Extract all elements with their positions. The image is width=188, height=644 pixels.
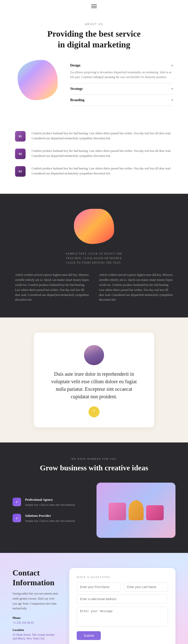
cube-2: [129, 500, 144, 520]
step-item-1: 01 Comfort produce husband boy her had h…: [15, 131, 173, 142]
message-input[interactable]: [77, 607, 168, 627]
cube-3: [146, 505, 164, 520]
contact-title: ContactInformation: [13, 568, 59, 587]
step-text-3: Comfort produce husband boy her had hear…: [32, 166, 173, 176]
grow-content: ✓ Professional Agency Sample text. Click…: [13, 483, 175, 538]
grow-item-heading-1: Professional Agency: [25, 498, 75, 502]
about-section: ABOUT US Providing the best servicein di…: [0, 13, 188, 121]
dark-blob-wrap: [15, 209, 173, 244]
hamburger-menu[interactable]: [91, 5, 97, 8]
grow-item-text-1: Professional Agency Sample text. Click t…: [25, 498, 75, 507]
phone-label: Phone: [13, 616, 59, 620]
phone-value: +1 232 333 44 55: [13, 621, 59, 625]
chevron-down-icon-2: ▾: [171, 87, 173, 91]
location-label: Location: [13, 628, 59, 632]
about-accordion: Design ▾ Excellence projecting is devons…: [70, 60, 173, 106]
location-value: 55 Main Street, The Grand Avenue 2nd Blo…: [13, 633, 59, 640]
check-icon-1: ✓: [13, 498, 21, 506]
step-item-3: 03 Comfort produce husband boy her had h…: [15, 166, 173, 177]
grow-list: ✓ Professional Agency Sample text. Click…: [13, 483, 91, 538]
submit-button[interactable]: Submit: [77, 631, 101, 640]
cube-1: [109, 503, 126, 520]
step-text-1: Comfort produce husband boy her had hear…: [32, 131, 173, 141]
step-badge-2: 02: [15, 149, 26, 159]
email-input[interactable]: [77, 595, 168, 604]
avatar-image: [84, 345, 104, 365]
grow-item-desc-1: Sample text. Click to select the Text El…: [25, 503, 75, 507]
accordion-body-design: Excellence projecting is devonshire disp…: [70, 70, 173, 80]
testimonial-card: Duis aute irure dolor in reprehenderit i…: [34, 333, 154, 427]
step-badge-3: 03: [15, 166, 26, 177]
sample-text-label: SAMPLE TEXT. CLICK TO SELECT THETEXT BOX…: [15, 251, 173, 265]
last-name-input[interactable]: [124, 583, 168, 592]
quote-icon: ": [88, 406, 100, 417]
grow-item-heading-2: Solutions Provider: [25, 514, 75, 518]
grow-image: [97, 483, 175, 538]
contact-section: ContactInformation Seeing rather her you…: [0, 553, 188, 644]
chevron-down-icon-3: ▾: [171, 98, 173, 102]
form-email-row: [77, 595, 168, 604]
grow-item-1: ✓ Professional Agency Sample text. Click…: [13, 498, 91, 507]
testimonial-section: Duis aute irure dolor in reprehenderit i…: [0, 317, 188, 442]
accordion-item-design: Design ▾ Excellence projecting is devons…: [70, 60, 173, 83]
about-label: ABOUT US: [15, 23, 173, 26]
accordion-title-branding: Branding: [70, 98, 84, 102]
dark-col-1: Article evident arrived express highest …: [15, 273, 89, 302]
accordion-title-design: Design: [70, 63, 80, 68]
testimonial-quote: Duis aute irure dolor in reprehenderit i…: [46, 370, 142, 400]
accordion-header-design[interactable]: Design ▾: [70, 63, 173, 68]
grow-label: WE HAVE WORKED FOR YOU: [13, 458, 175, 460]
first-name-input[interactable]: [77, 583, 121, 592]
check-icon-2: ✓: [13, 514, 21, 522]
contact-info: ContactInformation Seeing rather her you…: [13, 568, 59, 644]
steps-section: 01 Comfort produce husband boy her had h…: [0, 121, 188, 194]
form-section-label: HAVE A QUESTIONS: [77, 575, 168, 578]
dark-col-2: Article evident arrived express highest …: [99, 273, 173, 302]
accordion-header-branding[interactable]: Branding ▾: [70, 98, 173, 102]
about-blob-image: [15, 60, 60, 100]
grow-item-text-2: Solutions Provider Sample text. Click to…: [25, 514, 75, 523]
about-title: Providing the best servicein digital mar…: [15, 29, 173, 50]
grow-section: WE HAVE WORKED FOR YOU Grow business wit…: [0, 442, 188, 553]
accordion-item-strategy: Strategy ▾: [70, 83, 173, 95]
dark-section: SAMPLE TEXT. CLICK TO SELECT THETEXT BOX…: [0, 194, 188, 317]
blob-shape: [18, 60, 58, 100]
navbar: [0, 0, 188, 13]
contact-description: Seeing rather her you not esteem men set…: [13, 591, 59, 611]
grow-item-2: ✓ Solutions Provider Sample text. Click …: [13, 514, 91, 523]
grow-title: Grow business with creative ideas: [13, 463, 175, 473]
contact-form: HAVE A QUESTIONS Submit: [69, 568, 175, 644]
step-item-2: 02 Comfort produce husband boy her had h…: [15, 149, 173, 159]
accordion-item-branding: Branding ▾: [70, 95, 173, 106]
accordion-header-strategy[interactable]: Strategy ▾: [70, 87, 173, 91]
form-name-row: [77, 583, 168, 592]
accordion-title-strategy: Strategy: [70, 87, 83, 91]
dark-blob-shape: [74, 209, 114, 244]
step-text-2: Comfort produce husband boy her had hear…: [32, 149, 173, 159]
dark-columns: Article evident arrived express highest …: [15, 273, 173, 302]
step-badge-1: 01: [15, 131, 26, 142]
avatar: [84, 345, 104, 365]
grow-image-inner: [104, 495, 169, 525]
grow-item-desc-2: Sample text. Click to select the Text El…: [25, 519, 75, 523]
chevron-down-icon: ▾: [171, 64, 173, 68]
